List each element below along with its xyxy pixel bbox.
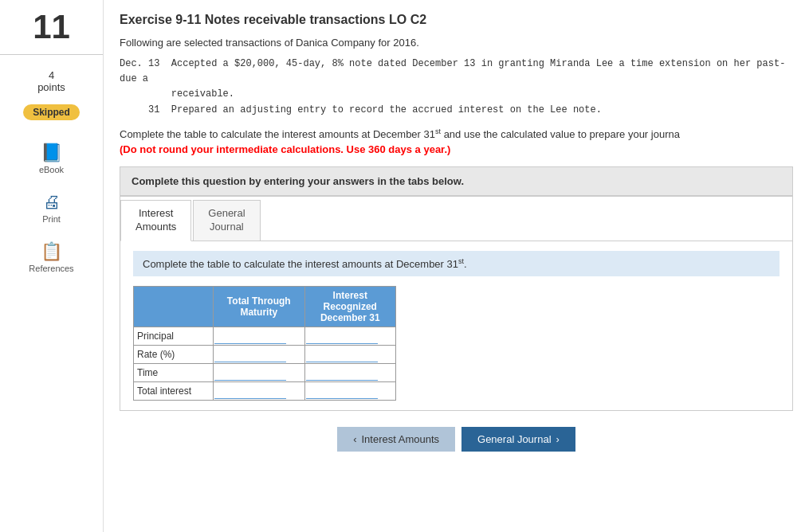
problem-number: 11 <box>0 8 103 55</box>
input-rate-through[interactable] <box>214 346 305 364</box>
print-label: Print <box>42 214 61 224</box>
tab-content-interest-amounts: Complete the table to calculate the inte… <box>120 241 792 410</box>
print-tool[interactable]: 🖨 Print <box>37 187 65 229</box>
prev-button[interactable]: ‹ Interest Amounts <box>337 427 455 452</box>
table-row-total-interest: Total interest <box>134 382 396 401</box>
ebook-tool[interactable]: 📘 eBook <box>34 138 69 179</box>
table-row-rate: Rate (%) <box>134 346 396 364</box>
label-time: Time <box>134 364 214 382</box>
table-header-interest: InterestRecognizedDecember 31 <box>304 287 396 327</box>
table-row-time: Time <box>134 364 396 382</box>
complete-banner: Complete this question by entering your … <box>120 166 793 196</box>
input-time-through-field[interactable] <box>214 366 286 381</box>
prev-label: Interest Amounts <box>361 433 439 445</box>
input-rate-dec31[interactable] <box>304 346 396 364</box>
tab-interest-amounts[interactable]: InterestAmounts <box>120 200 191 241</box>
bottom-nav: ‹ Interest Amounts General Journal › <box>120 427 793 452</box>
points-section: 4 points <box>37 69 65 93</box>
next-icon: › <box>556 433 560 445</box>
warning-text: (Do not round your intermediate calculat… <box>120 143 793 155</box>
next-button[interactable]: General Journal › <box>461 427 575 452</box>
input-time-dec31-field[interactable] <box>306 366 378 381</box>
skipped-badge: Skipped <box>23 100 80 125</box>
interest-table: Total ThroughMaturity InterestRecognized… <box>133 286 396 401</box>
sidebar: 11 4 points Skipped 📘 eBook 🖨 Print 📋 Re… <box>0 0 104 532</box>
input-principal-dec31[interactable] <box>304 327 396 346</box>
tab-area: InterestAmounts GeneralJournal Complete … <box>120 196 793 411</box>
table-header-empty <box>134 287 214 327</box>
transaction-line-1: Dec. 13 Accepted a $20,000, 45-day, 8% n… <box>120 57 793 87</box>
references-tool[interactable]: 📋 References <box>24 237 78 278</box>
question-text: Complete the table to calculate the inte… <box>120 127 793 140</box>
print-icon: 🖨 <box>43 192 61 213</box>
tab-general-journal[interactable]: GeneralJournal <box>193 200 260 241</box>
transaction-line-2: receivable. <box>120 87 793 102</box>
transaction-block: Dec. 13 Accepted a $20,000, 45-day, 8% n… <box>120 57 793 118</box>
label-rate: Rate (%) <box>134 346 214 364</box>
table-row-principal: Principal <box>134 327 396 346</box>
ebook-icon: 📘 <box>41 143 62 163</box>
input-time-through[interactable] <box>214 364 305 382</box>
next-label: General Journal <box>477 433 552 445</box>
prev-icon: ‹ <box>353 433 356 445</box>
input-time-dec31[interactable] <box>304 364 396 382</box>
input-principal-dec31-field[interactable] <box>306 329 378 344</box>
input-principal-through-field[interactable] <box>214 329 286 344</box>
table-header-through-maturity: Total ThroughMaturity <box>214 287 305 327</box>
ebook-label: eBook <box>39 165 64 174</box>
references-label: References <box>29 264 73 273</box>
points-value: 4 <box>49 69 54 81</box>
tab-instruction: Complete the table to calculate the inte… <box>133 251 780 276</box>
transaction-line-3: 31 Prepared an adjusting entry to record… <box>120 103 793 118</box>
input-totalinterest-dec31-field[interactable] <box>306 384 378 399</box>
exercise-title: Exercise 9-11 Notes receivable transacti… <box>120 13 793 27</box>
references-icon: 📋 <box>41 241 62 262</box>
input-rate-through-field[interactable] <box>214 347 286 362</box>
input-rate-dec31-field[interactable] <box>306 347 378 362</box>
points-label: points <box>37 81 65 93</box>
intro-text: Following are selected transactions of D… <box>120 37 793 49</box>
label-principal: Principal <box>134 327 214 346</box>
label-total-interest: Total interest <box>134 382 214 401</box>
main-content: Exercise 9-11 Notes receivable transacti… <box>104 0 809 532</box>
input-principal-through[interactable] <box>214 327 305 346</box>
input-totalinterest-through-field[interactable] <box>214 384 286 399</box>
tab-bar: InterestAmounts GeneralJournal <box>120 197 792 241</box>
input-totalinterest-through[interactable] <box>214 382 305 401</box>
input-totalinterest-dec31[interactable] <box>304 382 396 401</box>
sidebar-tools: 📘 eBook 🖨 Print 📋 References <box>0 138 103 278</box>
